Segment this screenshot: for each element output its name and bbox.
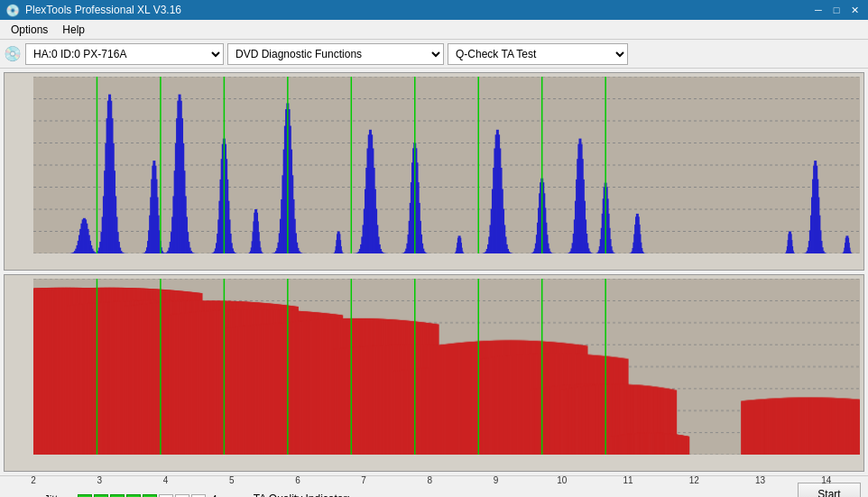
jitter-seg-8 [191,494,206,498]
maximize-button[interactable]: □ [828,2,845,18]
menu-options[interactable]: Options [4,22,55,38]
jitter-seg-6 [159,494,173,498]
jitter-seg-3 [110,494,125,498]
function-select[interactable]: DVD Diagnostic Functions [227,43,444,65]
top-chart [33,77,860,253]
menu-bar: Options Help [0,20,868,40]
drive-selector-group: 💿 HA:0 ID:0 PX-716A [4,43,224,65]
info-panel: Jitter: 4 Peak Shift: [0,475,868,497]
jitter-seg-1 [78,494,92,498]
ta-quality-group: TA Quality Indicator: Very Good [254,492,350,498]
app-title: PlexTools Professional XL V3.16 [25,4,181,16]
minimize-button[interactable]: ─ [810,2,826,18]
jitter-label: Jitter: [7,493,70,498]
title-bar-left: 💿 PlexTools Professional XL V3.16 [5,4,181,17]
top-chart-container: 4 3.5 3 2.5 2 1.5 1 0.5 0 23456789101112… [4,72,864,271]
toolbar: 💿 HA:0 ID:0 PX-716A DVD Diagnostic Funct… [0,40,868,69]
bottom-chart-container: 4 3.5 3 2.5 2 1.5 1 0.5 0 23456789101112… [4,274,864,473]
close-button[interactable]: ✕ [846,2,863,18]
x-label-14: 14 [821,475,831,485]
menu-help[interactable]: Help [55,22,92,38]
jitter-seg-2 [94,494,108,498]
title-bar: 💿 PlexTools Professional XL V3.16 ─ □ ✕ [0,0,868,20]
x-label-6: 6 [295,475,300,485]
app-icon: 💿 [5,4,20,17]
x-label-11: 11 [623,475,633,485]
x-label-9: 9 [494,475,499,485]
bottom-chart-canvas [33,279,860,456]
test-select[interactable]: Q-Check TA Test [448,43,628,65]
x-label-7: 7 [361,475,366,485]
top-chart-canvas [33,77,860,253]
x-label-4: 4 [163,475,169,485]
x-label-2: 2 [31,475,36,485]
main-content: 4 3.5 3 2.5 2 1.5 1 0.5 0 23456789101112… [0,69,868,475]
info-left: Jitter: 4 Peak Shift: [7,493,217,498]
x-label-10: 10 [557,475,567,485]
jitter-seg-4 [126,494,141,498]
title-bar-controls[interactable]: ─ □ ✕ [810,2,863,18]
x-label-8: 8 [428,475,433,485]
x-label-3: 3 [97,475,102,485]
drive-select[interactable]: HA:0 ID:0 PX-716A [25,43,224,65]
x-label-13: 13 [755,475,765,485]
ta-quality-label: TA Quality Indicator: [254,492,350,498]
jitter-value: 4 [211,493,217,498]
x-label-12: 12 [689,475,699,485]
jitter-bar: 4 [78,493,217,498]
jitter-row: Jitter: 4 [7,493,217,498]
x-label-5: 5 [229,475,235,485]
jitter-seg-5 [143,494,157,498]
jitter-seg-7 [175,494,189,498]
drive-icon: 💿 [4,45,22,62]
bottom-chart [33,279,860,456]
